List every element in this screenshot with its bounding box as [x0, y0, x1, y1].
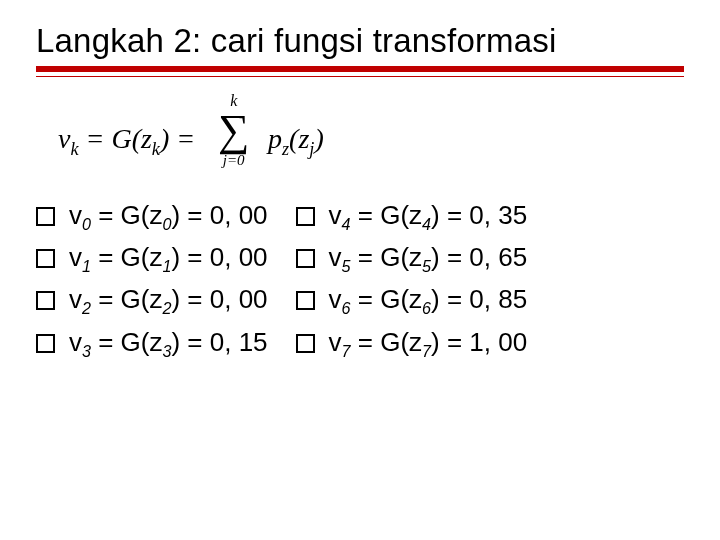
- equation-text: v5 = G(z5) = 0, 65: [329, 237, 528, 279]
- equation-text: v1 = G(z1) = 0, 00: [69, 237, 268, 279]
- list-item: v7 = G(z7) = 1, 00: [296, 322, 528, 364]
- slide-title: Langkah 2: cari fungsi transformasi: [36, 22, 684, 60]
- list-item: v4 = G(z4) = 0, 35: [296, 195, 528, 237]
- bullet-icon: [296, 334, 315, 353]
- bullet-icon: [36, 249, 55, 268]
- bullet-icon: [36, 207, 55, 226]
- left-column: v0 = G(z0) = 0, 00v1 = G(z1) = 0, 00v2 =…: [36, 195, 268, 364]
- formula-zk-sub: k: [152, 139, 160, 159]
- equation-text: v4 = G(z4) = 0, 35: [329, 195, 528, 237]
- formula-lhs: vk = G(zk) =: [58, 123, 195, 160]
- equation-text: v6 = G(z6) = 0, 85: [329, 279, 528, 321]
- formula-vk-sub: k: [70, 139, 78, 159]
- bullet-icon: [296, 291, 315, 310]
- equation-text: v0 = G(z0) = 0, 00: [69, 195, 268, 237]
- list-item: v1 = G(z1) = 0, 00: [36, 237, 268, 279]
- formula: vk = G(zk) = k ∑ j=0 pz(zj): [58, 95, 684, 173]
- title-rule-thin: [36, 76, 684, 77]
- title-rule: [36, 66, 684, 72]
- bullet-icon: [296, 207, 315, 226]
- list-item: v5 = G(z5) = 0, 65: [296, 237, 528, 279]
- sigma: k ∑ j=0: [218, 93, 249, 168]
- formula-rhs: pz(zj): [268, 123, 324, 160]
- right-column: v4 = G(z4) = 0, 35v5 = G(z5) = 0, 65v6 =…: [296, 195, 528, 364]
- list-item: v3 = G(z3) = 0, 15: [36, 322, 268, 364]
- bullet-icon: [36, 291, 55, 310]
- equation-text: v3 = G(z3) = 0, 15: [69, 322, 268, 364]
- list-item: v2 = G(z2) = 0, 00: [36, 279, 268, 321]
- sigma-bottom: j=0: [218, 153, 249, 168]
- equation-text: v7 = G(z7) = 1, 00: [329, 322, 528, 364]
- sigma-symbol: ∑: [218, 109, 249, 153]
- bullet-icon: [36, 334, 55, 353]
- list-item: v6 = G(z6) = 0, 85: [296, 279, 528, 321]
- equation-text: v2 = G(z2) = 0, 00: [69, 279, 268, 321]
- list-item: v0 = G(z0) = 0, 00: [36, 195, 268, 237]
- value-columns: v0 = G(z0) = 0, 00v1 = G(z1) = 0, 00v2 =…: [36, 195, 684, 364]
- bullet-icon: [296, 249, 315, 268]
